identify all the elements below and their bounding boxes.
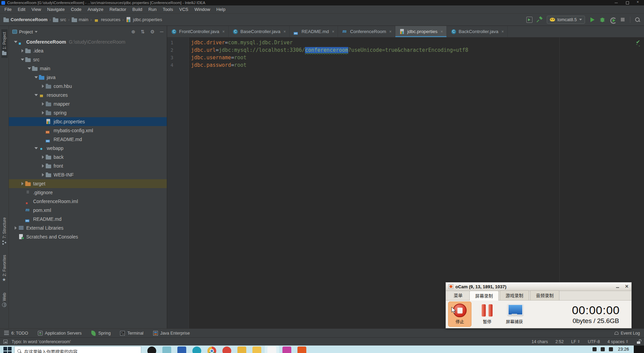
tool-window-button-application-servers[interactable]: Application Servers (38, 331, 82, 336)
app-gold-icon[interactable] (237, 347, 246, 353)
tree-item-webapp[interactable]: webapp (9, 144, 167, 153)
editor-tab-jdbc-properties[interactable]: jdbc.properties× (395, 26, 447, 37)
ocam-title-bar[interactable]: oCam (9, 13, 1891, 1037) ✕ (446, 282, 631, 291)
app-blue-icon[interactable] (177, 347, 186, 353)
menu-refactor[interactable]: Refactor (106, 5, 129, 14)
ocam-pause-record-button[interactable]: 暂停 (476, 302, 498, 326)
build-hammer-icon[interactable] (537, 17, 543, 23)
event-log-button[interactable]: Event Log (614, 331, 640, 336)
run-button-icon[interactable] (589, 17, 595, 23)
close-tab-icon[interactable]: × (501, 29, 504, 34)
tree-item-readme-md[interactable]: MDREADME.md (9, 135, 167, 144)
tree-item-main[interactable]: main (9, 64, 167, 73)
gear-icon[interactable]: ⚙ (150, 29, 155, 34)
breadcrumb-item[interactable]: ConferenceRoom (3, 17, 47, 22)
code-line[interactable]: 4jdbc.password=root (167, 61, 644, 69)
maximize-icon[interactable] (626, 1, 629, 4)
run-with-coverage-icon[interactable] (610, 17, 616, 23)
tree-item-front[interactable]: front (9, 162, 167, 170)
tool-window-toggle-icon[interactable] (3, 340, 8, 344)
app-active-icon[interactable] (267, 347, 276, 353)
tree-collapsed-arrow-icon[interactable] (13, 226, 18, 230)
ocam-tab-菜单[interactable]: 菜单 (448, 290, 468, 300)
menu-edit[interactable]: Edit (15, 5, 28, 14)
tree-collapsed-arrow-icon[interactable] (20, 182, 25, 185)
restore-layout-icon[interactable] (526, 17, 532, 23)
taskbar-clock[interactable]: 23:26 (618, 347, 629, 352)
tree-item-resources[interactable]: resources (9, 91, 167, 99)
editor-tab-backcontroller-java[interactable]: BackController.java× (447, 26, 508, 37)
close-tab-icon[interactable]: × (283, 29, 286, 34)
menu-code[interactable]: Code (68, 5, 85, 14)
project-panel-title[interactable]: Project (19, 29, 33, 34)
menu-view[interactable]: View (28, 5, 44, 14)
locate-file-icon[interactable]: ⊕ (131, 29, 135, 34)
tool-window-button-web[interactable]: Web (1, 290, 8, 310)
tree-item-spring[interactable]: spring (9, 108, 167, 117)
close-icon[interactable] (636, 1, 640, 4)
taskbar-search-input[interactable]: 在这里输入你要搜索的内容 (14, 346, 141, 353)
app-red-icon[interactable] (222, 347, 231, 353)
ocam-tab-屏幕录制[interactable]: 屏幕录制 (469, 291, 499, 301)
breadcrumb-item[interactable]: main (72, 17, 88, 22)
menu-vcs[interactable]: VCS (176, 5, 191, 14)
search-everywhere-icon[interactable] (634, 17, 641, 23)
tree-item-com-hbu[interactable]: com.hbu (9, 82, 167, 91)
tree-expanded-arrow-icon[interactable] (33, 76, 39, 78)
menu-window[interactable]: Window (191, 5, 213, 14)
close-tab-icon[interactable]: × (332, 29, 334, 34)
menu-file[interactable]: File (1, 5, 15, 14)
tree-item--gitignore[interactable]: .gitignore (9, 188, 167, 197)
tree-expanded-arrow-icon[interactable] (33, 94, 39, 96)
tool-window-button-7-structure[interactable]: 7: Structure (1, 215, 8, 247)
chevron-down-icon[interactable] (35, 31, 38, 33)
tree-item-mapper[interactable]: mapper (9, 99, 167, 108)
indent-selector[interactable]: 4 spaces⇕ (608, 339, 629, 344)
editor-tab-readme-md[interactable]: MDREADME.md× (290, 26, 338, 37)
editor-tab-conferenceroom[interactable]: ConferenceRoom× (338, 26, 395, 37)
tree-item-mybatis-config-xml[interactable]: <>mybatis-config.xml (9, 126, 167, 135)
breadcrumb-item[interactable]: src (53, 17, 66, 22)
tree-expanded-arrow-icon[interactable] (13, 41, 18, 43)
editor-tab-basecontroller-java[interactable]: BaseController.java× (229, 26, 290, 37)
close-tab-icon[interactable]: × (389, 29, 392, 34)
tree-item-src[interactable]: src (9, 55, 167, 64)
menu-navigate[interactable]: Navigate (44, 5, 68, 14)
tree-item-scratches-and-consoles[interactable]: Scratches and Consoles (9, 232, 167, 241)
tree-item--idea[interactable]: .idea (9, 46, 167, 55)
tree-item-web-inf[interactable]: WEB-INF (9, 170, 167, 179)
caret-position[interactable]: 2:52 (555, 339, 564, 344)
close-tab-icon[interactable]: × (222, 29, 225, 34)
file-encoding[interactable]: UTF-8 (588, 339, 600, 344)
tree-expanded-arrow-icon[interactable] (20, 59, 25, 61)
app-orange-icon[interactable] (297, 347, 306, 353)
tree-item-readme-md[interactable]: MDREADME.md (9, 215, 167, 224)
close-tab-icon[interactable]: × (441, 29, 443, 34)
hide-panel-icon[interactable]: ─ (160, 29, 163, 34)
menu-run[interactable]: Run (145, 5, 160, 14)
code-line[interactable]: 2jdbc.url=jdbc:mysql://localhost:3306/co… (167, 46, 644, 54)
tree-item-jdbc-properties[interactable]: jdbc.properties (9, 117, 167, 126)
tree-collapsed-arrow-icon[interactable] (40, 111, 46, 114)
breadcrumb-item[interactable]: resources (94, 17, 120, 22)
inspections-ok-icon[interactable]: ✔⌃⌄ (635, 40, 641, 48)
collapse-all-icon[interactable]: ⇅ (141, 29, 145, 34)
ocam-minimize-icon[interactable] (615, 285, 620, 289)
tree-collapsed-arrow-icon[interactable] (40, 155, 46, 159)
menu-analyze[interactable]: Analyze (85, 5, 106, 14)
tree-item-conferenceroom-iml[interactable]: ConferenceRoom.iml (9, 197, 167, 206)
unlock-icon[interactable] (637, 339, 641, 344)
tree-expanded-arrow-icon[interactable] (27, 67, 32, 70)
ocam-tab-游戏录制[interactable]: 游戏录制 (500, 290, 529, 300)
editor-tab-frontcontroller-java[interactable]: FrontController.java× (167, 26, 229, 37)
tree-item-back[interactable]: back (9, 153, 167, 162)
code-line[interactable]: 1jdbc.driver=com.mysql.jdbc.Driver (167, 39, 644, 46)
menu-tools[interactable]: Tools (160, 5, 176, 14)
run-configuration-select[interactable]: tomcat8.5 (547, 16, 585, 24)
tree-collapsed-arrow-icon[interactable] (40, 164, 46, 168)
breadcrumb-item[interactable]: jdbc.properties (126, 17, 162, 22)
tool-window-button-terminal[interactable]: Terminal (120, 331, 143, 336)
ocam-close-icon[interactable]: ✕ (625, 285, 629, 289)
line-ending-selector[interactable]: LF⇕ (571, 339, 581, 344)
menu-build[interactable]: Build (129, 5, 145, 14)
